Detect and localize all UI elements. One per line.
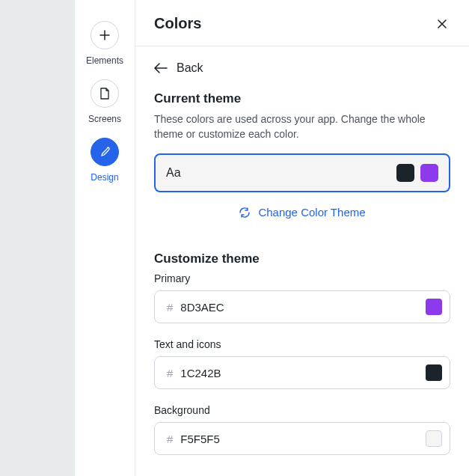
field-label: Primary (154, 272, 450, 284)
sidebar-item-design[interactable]: Design (91, 138, 119, 183)
sidebar-item-label: Screens (88, 114, 121, 124)
color-chip-text-icons[interactable] (426, 364, 442, 381)
sidebar: Elements Screens Design (75, 0, 135, 476)
back-label: Back (177, 61, 203, 75)
hash-symbol: # (167, 367, 173, 379)
sidebar-item-label: Design (91, 172, 118, 183)
hash-symbol: # (167, 433, 173, 445)
panel-title: Colors (154, 15, 201, 32)
color-chip-background[interactable] (426, 430, 442, 447)
close-button[interactable] (434, 16, 450, 32)
field-label: Background (154, 404, 450, 416)
hex-input-primary[interactable]: # 8D3AEC (154, 290, 450, 323)
sidebar-item-screens[interactable]: Screens (88, 79, 121, 124)
arrow-left-icon (154, 63, 168, 73)
field-primary: Primary # 8D3AEC (154, 272, 450, 323)
plus-icon (91, 21, 119, 49)
color-chip-primary[interactable] (426, 299, 442, 315)
hex-value: 1C242B (180, 367, 418, 379)
refresh-icon (239, 207, 251, 219)
swatch-primary (420, 164, 438, 182)
current-theme-description: These colors are used across your app. C… (154, 112, 450, 141)
theme-swatches (396, 164, 438, 182)
theme-preview-text: Aa (166, 166, 181, 180)
field-label: Text and icons (154, 338, 450, 350)
customize-heading: Customize theme (154, 251, 450, 266)
close-icon (436, 18, 448, 30)
current-theme-heading: Current theme (154, 91, 450, 106)
change-theme-label: Change Color Theme (258, 206, 365, 219)
design-panel: Colors Back Current theme These colors a… (135, 0, 469, 476)
sidebar-item-elements[interactable]: Elements (86, 21, 123, 66)
hash-symbol: # (167, 301, 173, 314)
change-theme-button[interactable]: Change Color Theme (154, 206, 450, 219)
hex-input-background[interactable]: # F5F5F5 (154, 422, 450, 455)
document-icon (91, 79, 119, 108)
swatch-dark (396, 164, 414, 182)
panel-header: Colors (135, 0, 469, 46)
brush-icon (91, 138, 119, 166)
hex-input-text-icons[interactable]: # 1C242B (154, 356, 450, 389)
hex-value: F5F5F5 (180, 433, 418, 445)
back-button[interactable]: Back (154, 61, 450, 75)
field-background: Background # F5F5F5 (154, 404, 450, 455)
theme-preview[interactable]: Aa (154, 153, 450, 192)
field-text-icons: Text and icons # 1C242B (154, 338, 450, 389)
hex-value: 8D3AEC (180, 301, 418, 314)
sidebar-item-label: Elements (86, 55, 123, 66)
